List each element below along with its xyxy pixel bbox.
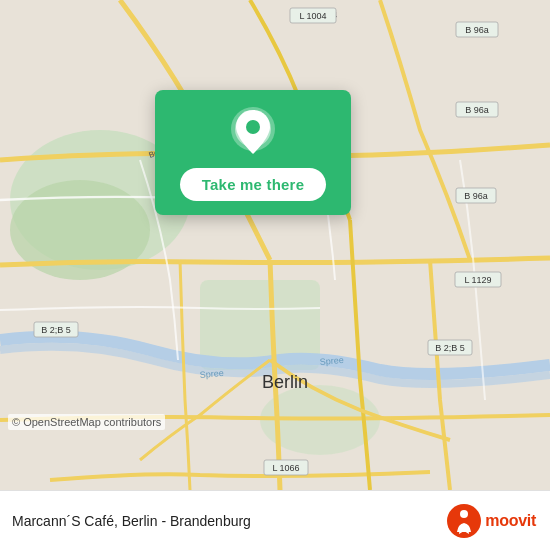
svg-text:B 2;B 5: B 2;B 5 (41, 325, 71, 335)
svg-text:Berlin: Berlin (262, 372, 308, 392)
copyright-text: © OpenStreetMap contributors (8, 414, 165, 430)
svg-point-37 (447, 504, 481, 538)
svg-point-36 (246, 120, 260, 134)
moovit-icon (447, 504, 481, 538)
svg-text:L 1004: L 1004 (299, 11, 326, 21)
footer: Marcann´S Café, Berlin - Brandenburg moo… (0, 490, 550, 550)
footer-location-text: Marcann´S Café, Berlin - Brandenburg (12, 513, 251, 529)
app: B 96 B 96a B 96a B 96a L 1129 L 1004 L 1… (0, 0, 550, 550)
svg-text:Spree: Spree (319, 355, 344, 367)
svg-text:B 96a: B 96a (464, 191, 488, 201)
svg-text:L 1066: L 1066 (272, 463, 299, 473)
svg-text:B 96a: B 96a (465, 25, 489, 35)
location-card: Take me there (155, 90, 351, 215)
pin-icon-wrapper (227, 106, 279, 158)
svg-text:B 96a: B 96a (465, 105, 489, 115)
location-pin-icon (230, 106, 276, 158)
svg-text:L 1129: L 1129 (464, 275, 491, 285)
svg-text:Spree: Spree (199, 368, 224, 380)
svg-point-38 (460, 510, 468, 518)
map-container: B 96 B 96a B 96a B 96a L 1129 L 1004 L 1… (0, 0, 550, 490)
moovit-logo: moovit (447, 504, 536, 538)
moovit-text: moovit (485, 512, 536, 530)
take-me-there-button[interactable]: Take me there (180, 168, 326, 201)
svg-text:B 2;B 5: B 2;B 5 (435, 343, 465, 353)
